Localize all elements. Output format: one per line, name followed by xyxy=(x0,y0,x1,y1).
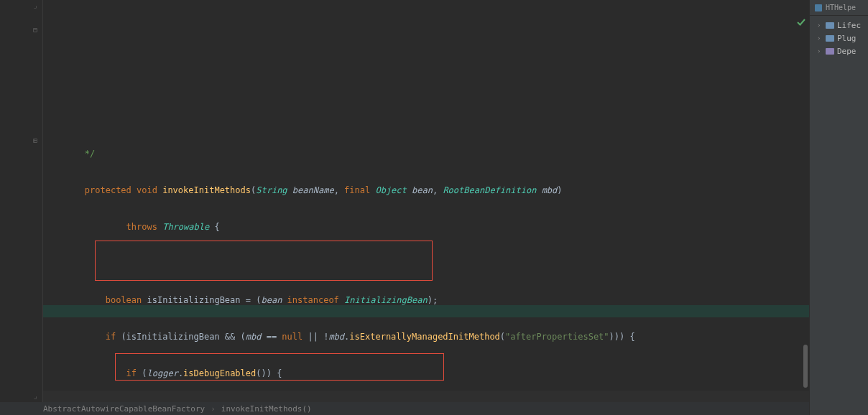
svg-rect-3 xyxy=(826,48,834,55)
folder-icon xyxy=(826,47,834,55)
tree-label: Lifec xyxy=(837,21,861,30)
svg-rect-2 xyxy=(826,35,834,42)
svg-rect-1 xyxy=(826,22,834,29)
scrollbar-thumb[interactable] xyxy=(803,345,808,388)
svg-rect-0 xyxy=(815,4,822,11)
code-line: */ xyxy=(43,149,95,159)
chevron-right-icon: › xyxy=(817,22,823,29)
error-stripe[interactable] xyxy=(802,14,809,402)
tree-item-dependencies[interactable]: ›Depe xyxy=(817,45,868,57)
breadcrumb-class[interactable]: AbstractAutowireCapableBeanFactory xyxy=(43,404,205,414)
tree-item-plugins[interactable]: ›Plug xyxy=(817,32,868,45)
panel-icon xyxy=(814,4,823,12)
chevron-right-icon: › xyxy=(817,34,823,42)
fold-toggle-icon[interactable]: ⊞ xyxy=(33,136,37,144)
fold-end-icon[interactable]: ⌟ xyxy=(33,1,37,9)
code-body[interactable]: */ protected void invokeInitMethods(Stri… xyxy=(43,0,809,402)
chevron-right-icon: › xyxy=(211,404,216,414)
inspection-ok-icon xyxy=(796,17,806,29)
tree-label: Plug xyxy=(837,34,857,43)
breadcrumb-method[interactable]: invokeInitMethods() xyxy=(221,404,312,414)
side-panel[interactable]: HTHelpe ›Lifec ›Plug ›Depe xyxy=(809,0,868,415)
chevron-right-icon: › xyxy=(817,47,823,55)
tree-item-lifecycle[interactable]: ›Lifec xyxy=(817,19,868,32)
code-editor[interactable]: ⌟ ⊟ ⊞ ⌟ */ protected void invokeInitMeth… xyxy=(0,0,809,415)
folder-icon xyxy=(826,34,834,42)
panel-title: HTHelpe xyxy=(826,4,856,11)
folder-icon xyxy=(826,22,834,29)
gutter: ⌟ ⊟ ⊞ ⌟ xyxy=(0,0,43,402)
breadcrumb[interactable]: AbstractAutowireCapableBeanFactory › inv… xyxy=(0,402,809,415)
panel-header[interactable]: HTHelpe xyxy=(810,0,868,16)
fold-end-icon[interactable]: ⌟ xyxy=(33,392,37,400)
fold-toggle-icon[interactable]: ⊟ xyxy=(33,26,37,34)
tree-label: Depe xyxy=(837,47,857,56)
